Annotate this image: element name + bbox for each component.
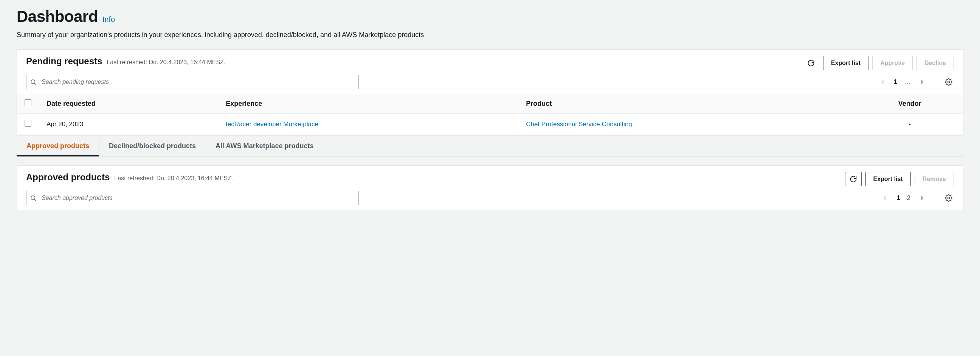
svg-line-4 bbox=[34, 199, 35, 200]
tab-all[interactable]: All AWS Marketplace products bbox=[206, 136, 323, 156]
approved-refresh-button[interactable] bbox=[845, 172, 862, 186]
chevron-right-icon bbox=[919, 79, 925, 85]
gear-icon bbox=[945, 78, 952, 86]
approved-refreshed: Last refreshed: Do. 20.4.2023, 16:44 MES… bbox=[114, 175, 233, 182]
search-icon bbox=[30, 79, 37, 86]
info-link[interactable]: Info bbox=[102, 15, 115, 24]
page-subtitle: Summary of your organization's products … bbox=[17, 31, 963, 39]
page-number[interactable]: 1 bbox=[894, 78, 897, 86]
approved-products-panel: Approved products Last refreshed: Do. 20… bbox=[17, 165, 963, 210]
pending-requests-panel: Pending requests Last refreshed: Do. 20.… bbox=[17, 49, 963, 135]
approved-remove-button[interactable]: Remove bbox=[915, 172, 954, 186]
col-experience[interactable]: Experience bbox=[218, 94, 519, 114]
chevron-right-icon bbox=[919, 195, 925, 201]
chevron-left-icon bbox=[882, 195, 888, 201]
cell-product-link[interactable]: Chef Professional Service Consulting bbox=[526, 121, 632, 128]
approved-export-button[interactable]: Export list bbox=[865, 172, 911, 186]
page-number-1[interactable]: 1 bbox=[896, 194, 900, 202]
col-date[interactable]: Date requested bbox=[39, 94, 218, 114]
approved-pager: 1 2 bbox=[881, 193, 954, 203]
next-page-button[interactable] bbox=[917, 78, 926, 87]
approve-button[interactable]: Approve bbox=[872, 56, 913, 70]
select-all-checkbox[interactable] bbox=[25, 99, 31, 106]
svg-point-2 bbox=[948, 81, 950, 83]
pending-table: Date requested Experience Product Vendor… bbox=[17, 94, 963, 135]
approved-title: Approved products bbox=[26, 172, 110, 183]
cell-vendor: - bbox=[856, 114, 963, 135]
page-number-2[interactable]: 2 bbox=[907, 194, 910, 202]
table-row: Apr 20, 2023 tecRacer developer Marketpl… bbox=[17, 114, 963, 135]
pending-refreshed: Last refreshed: Do. 20.4.2023, 16:44 MES… bbox=[107, 59, 225, 66]
prev-page-button[interactable] bbox=[878, 78, 887, 87]
refresh-icon bbox=[807, 59, 815, 67]
cell-experience-link[interactable]: tecRacer developer Marketplace bbox=[226, 121, 318, 128]
approved-search-input[interactable] bbox=[26, 191, 359, 205]
col-product[interactable]: Product bbox=[519, 94, 856, 114]
approved-prev-page-button[interactable] bbox=[881, 194, 889, 203]
tab-approved[interactable]: Approved products bbox=[17, 136, 99, 156]
export-list-button[interactable]: Export list bbox=[823, 56, 869, 70]
gear-icon bbox=[945, 194, 952, 202]
pending-pager: 1 … bbox=[878, 77, 954, 87]
row-checkbox[interactable] bbox=[25, 120, 31, 127]
decline-button[interactable]: Decline bbox=[916, 56, 954, 70]
search-icon bbox=[30, 195, 37, 202]
product-tabs: Approved products Declined/blocked produ… bbox=[17, 136, 963, 156]
approved-next-page-button[interactable] bbox=[917, 194, 926, 203]
refresh-button[interactable] bbox=[803, 56, 819, 70]
chevron-left-icon bbox=[880, 79, 886, 85]
page-title: Dashboard bbox=[17, 8, 98, 26]
settings-button[interactable] bbox=[937, 77, 954, 87]
col-vendor[interactable]: Vendor bbox=[856, 94, 963, 114]
refresh-icon bbox=[850, 175, 857, 183]
approved-settings-button[interactable] bbox=[937, 193, 954, 203]
pending-search-input[interactable] bbox=[26, 75, 359, 89]
page-ellipsis: … bbox=[904, 78, 910, 86]
tab-declined[interactable]: Declined/blocked products bbox=[99, 136, 206, 156]
svg-line-1 bbox=[34, 83, 35, 84]
page-header: Dashboard Info Summary of your organizat… bbox=[17, 8, 963, 39]
cell-date: Apr 20, 2023 bbox=[39, 114, 218, 135]
pending-title: Pending requests bbox=[26, 56, 102, 67]
svg-point-5 bbox=[948, 197, 950, 199]
